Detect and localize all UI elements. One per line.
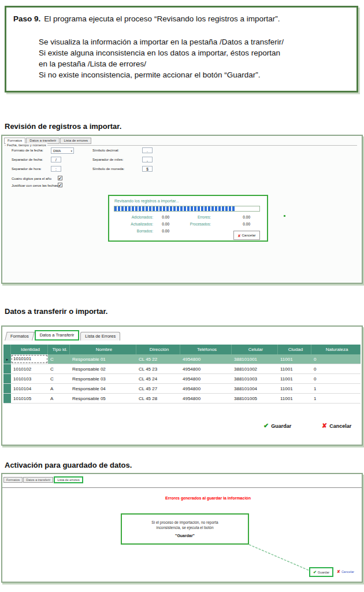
- indicator-column-header: [3, 345, 11, 354]
- date-separator-label: Separador de fecha:: [12, 158, 43, 161]
- zero-pad-dates-checkbox[interactable]: ✔: [58, 183, 62, 187]
- tab-datos-a-transferir-active[interactable]: Datos a Transferir: [35, 330, 80, 341]
- zero-pad-dates-label: Justificar con ceros las fechas: [12, 184, 58, 187]
- row-indicator: ▸: [3, 354, 11, 364]
- table-cell: A: [48, 386, 70, 391]
- thousands-separator-label: Separador de miles:: [92, 158, 124, 161]
- table-cell: 0: [311, 357, 361, 362]
- step-intro-text: El programa ejecuta el proceso “Revisand…: [44, 14, 280, 23]
- tab-formatos[interactable]: Formatos: [5, 332, 34, 341]
- thousands-separator-input[interactable]: ,: [142, 157, 153, 162]
- screenshot-transfer-panel: Formatos Datos a Transferir Lista de Err…: [1, 325, 363, 446]
- save-button[interactable]: ✔ Guardar: [263, 422, 291, 430]
- screenshot-save-activation-panel: Formatos Datos a transferir Lista de err…: [1, 473, 363, 583]
- currency-symbol-input[interactable]: $: [142, 166, 153, 172]
- table-cell: C: [48, 367, 70, 372]
- step-detail-line: en la pestaña /Lista de errores/: [39, 58, 348, 69]
- save-button-highlighted[interactable]: ✔ Guardar: [309, 567, 333, 577]
- column-header[interactable]: Identidad: [11, 345, 48, 354]
- date-format-select[interactable]: DMA ▾: [51, 147, 74, 154]
- row-indicator: [3, 374, 11, 383]
- table-row[interactable]: 1010103CResponsable 03CL 45 244954800388…: [3, 374, 361, 384]
- table-cell: 11001: [278, 396, 311, 401]
- added-value: 0.00: [158, 215, 169, 219]
- updated-label: Actualizados:: [112, 222, 153, 226]
- cancel-x-icon: ✘: [322, 422, 327, 430]
- dialog-cancel-button[interactable]: ✘ Cancelar: [233, 231, 260, 240]
- date-separator-input[interactable]: /: [51, 157, 61, 162]
- column-header[interactable]: Dirección: [136, 345, 180, 354]
- table-cell: 388101002: [232, 367, 278, 372]
- step-detail-line: Se visualiza la información a importar e…: [39, 36, 348, 47]
- date-format-value: DMA: [53, 149, 61, 153]
- table-row[interactable]: 1010102CResponsable 02CL 45 234954800388…: [3, 364, 361, 374]
- column-header[interactable]: Tipo id.: [48, 345, 70, 354]
- table-cell: C: [48, 357, 70, 362]
- progress-bar: [114, 206, 260, 212]
- date-format-label: Formato de la fecha:: [12, 149, 43, 152]
- tab-lista-de-errores[interactable]: Lista de errores: [60, 138, 91, 144]
- table-cell: C: [48, 376, 70, 382]
- table-cell: 1010101: [11, 354, 48, 364]
- table-cell: 4954800: [180, 396, 232, 401]
- table-row[interactable]: 1010105AResponsable 05CL 45 284954800388…: [3, 394, 361, 404]
- cancel-button-label: Cancelar: [329, 423, 351, 429]
- table-cell: 11001: [278, 367, 311, 372]
- decimal-symbol-input[interactable]: .: [142, 147, 153, 153]
- screenshot-review-panel: Formatos Datos a transferir Lista de err…: [1, 135, 363, 284]
- table-cell: Responsable 04: [70, 386, 136, 391]
- step-number-label: Paso 9.: [13, 14, 40, 23]
- records-table-body: ▸1010101CResponsable 01CL 45 22495480038…: [3, 354, 361, 404]
- table-cell: CL 45 24: [136, 376, 180, 382]
- table-cell: 0: [311, 367, 361, 372]
- column-header[interactable]: Nombre: [70, 345, 136, 354]
- tab-datos-a-transferir[interactable]: Datos a transferir: [23, 477, 53, 483]
- table-cell: Responsable 05: [70, 396, 136, 401]
- table-row[interactable]: ▸1010101CResponsable 01CL 45 22495480038…: [3, 354, 361, 364]
- chevron-down-icon: ▾: [70, 148, 72, 154]
- cancel-button[interactable]: ✘ Cancelar: [322, 422, 351, 430]
- table-cell: CL 45 27: [136, 386, 180, 391]
- note-emphasis: "Guardar": [122, 533, 248, 538]
- table-cell: 4954800: [180, 376, 232, 382]
- records-table: Identidad Tipo id. Nombre Dirección Telé…: [3, 345, 361, 404]
- cursor-dot: [284, 215, 285, 217]
- tab-formatos[interactable]: Formatos: [3, 477, 23, 483]
- table-cell: 0: [311, 376, 361, 382]
- column-header[interactable]: Naturaleza: [311, 345, 361, 354]
- section1-heading: Revisión de registros a importar.: [5, 122, 121, 131]
- column-header[interactable]: Celular: [232, 345, 278, 354]
- tab-divider: [2, 487, 362, 488]
- table-cell: Responsable 01: [70, 357, 136, 362]
- step-instruction-box: Paso 9.El programa ejecuta el proceso “R…: [5, 6, 358, 92]
- four-digit-year-checkbox[interactable]: ✔: [58, 176, 62, 180]
- cancel-x-icon: ✘: [237, 234, 240, 238]
- column-header[interactable]: Teléfonos: [180, 345, 232, 354]
- note-line: inconsistencia, se ejecuta el botón: [122, 525, 248, 530]
- table-cell: 11001: [278, 386, 311, 391]
- section3-heading: Activación para guardado de datos.: [5, 461, 132, 469]
- column-header[interactable]: Ciudad: [278, 345, 311, 354]
- table-cell: 11001: [278, 357, 311, 362]
- time-separator-input[interactable]: :: [51, 166, 61, 172]
- tab-lista-de-errores-active[interactable]: Lista de errores: [54, 476, 83, 483]
- table-cell: CL 45 22: [136, 357, 180, 362]
- tab-lista-de-errores[interactable]: Lista de Errores: [80, 332, 120, 341]
- step-title: Paso 9.El programa ejecuta el proceso “R…: [13, 13, 348, 25]
- cancel-button[interactable]: ✘ Cancelar: [337, 569, 354, 574]
- added-label: Adicionados:: [112, 215, 153, 219]
- step-details: Se visualiza la información a importar e…: [39, 36, 348, 80]
- records-table-header: Identidad Tipo id. Nombre Dirección Telé…: [3, 345, 361, 354]
- errors-label: Errores:: [183, 215, 211, 219]
- processed-label: Procesados:: [183, 222, 211, 226]
- table-cell: 11001: [278, 376, 311, 382]
- row-indicator: [3, 394, 11, 403]
- cancel-button-label: Cancelar: [341, 570, 354, 574]
- table-cell: 4954800: [180, 386, 232, 391]
- table-row[interactable]: 1010104AResponsable 04CL 45 274954800388…: [3, 384, 361, 394]
- callout-note-box: Si el proceso de importación, no reporta…: [121, 513, 249, 545]
- currency-symbol-label: Símbolo de moneda:: [92, 167, 124, 171]
- check-icon: ✔: [263, 422, 269, 430]
- table-cell: 388101003: [232, 376, 278, 382]
- save-button-label: Guardar: [318, 571, 329, 574]
